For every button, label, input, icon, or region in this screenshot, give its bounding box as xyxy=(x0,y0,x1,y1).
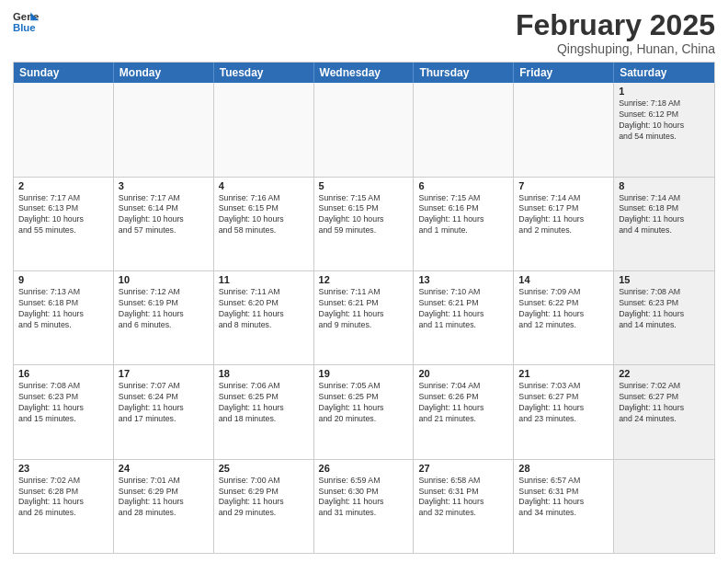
calendar-body: 1Sunrise: 7:18 AM Sunset: 6:12 PM Daylig… xyxy=(14,83,714,553)
svg-text:Blue: Blue xyxy=(13,22,36,33)
weekday-header-wednesday: Wednesday xyxy=(314,63,415,83)
calendar-cell: 5Sunrise: 7:15 AM Sunset: 6:15 PM Daylig… xyxy=(314,178,415,270)
day-info: Sunrise: 7:14 AM Sunset: 6:17 PM Dayligh… xyxy=(518,193,609,237)
day-number: 13 xyxy=(418,274,508,285)
calendar-cell: 7Sunrise: 7:14 AM Sunset: 6:17 PM Daylig… xyxy=(514,178,614,270)
day-info: Sunrise: 7:09 AM Sunset: 6:22 PM Dayligh… xyxy=(518,287,609,331)
day-number: 28 xyxy=(518,463,609,474)
day-number: 20 xyxy=(418,368,508,379)
day-number: 25 xyxy=(219,463,309,474)
calendar-cell: 9Sunrise: 7:13 AM Sunset: 6:18 PM Daylig… xyxy=(14,271,114,364)
calendar-cell: 24Sunrise: 7:01 AM Sunset: 6:29 PM Dayli… xyxy=(114,460,214,553)
calendar-cell: 22Sunrise: 7:02 AM Sunset: 6:27 PM Dayli… xyxy=(614,365,714,458)
calendar-cell xyxy=(214,83,314,176)
calendar-cell: 28Sunrise: 6:57 AM Sunset: 6:31 PM Dayli… xyxy=(514,460,614,553)
calendar-cell xyxy=(114,83,214,176)
calendar-cell xyxy=(614,460,714,553)
calendar-cell: 8Sunrise: 7:14 AM Sunset: 6:18 PM Daylig… xyxy=(614,178,714,270)
day-info: Sunrise: 7:06 AM Sunset: 6:25 PM Dayligh… xyxy=(219,381,309,425)
weekday-header-friday: Friday xyxy=(514,63,614,83)
day-info: Sunrise: 7:02 AM Sunset: 6:28 PM Dayligh… xyxy=(18,476,108,520)
day-number: 1 xyxy=(619,86,710,97)
calendar-row-3: 9Sunrise: 7:13 AM Sunset: 6:18 PM Daylig… xyxy=(14,271,714,365)
day-number: 2 xyxy=(18,180,108,191)
calendar-cell: 4Sunrise: 7:16 AM Sunset: 6:15 PM Daylig… xyxy=(214,178,314,270)
calendar-cell: 10Sunrise: 7:12 AM Sunset: 6:19 PM Dayli… xyxy=(114,271,214,364)
day-info: Sunrise: 7:17 AM Sunset: 6:14 PM Dayligh… xyxy=(119,193,209,237)
day-number: 9 xyxy=(18,274,108,285)
calendar: SundayMondayTuesdayWednesdayThursdayFrid… xyxy=(13,62,715,554)
day-info: Sunrise: 7:16 AM Sunset: 6:15 PM Dayligh… xyxy=(219,193,309,237)
day-info: Sunrise: 6:57 AM Sunset: 6:31 PM Dayligh… xyxy=(518,476,609,520)
day-number: 7 xyxy=(518,180,609,191)
weekday-header-thursday: Thursday xyxy=(414,63,514,83)
calendar-cell: 2Sunrise: 7:17 AM Sunset: 6:13 PM Daylig… xyxy=(14,178,114,270)
day-info: Sunrise: 7:18 AM Sunset: 6:12 PM Dayligh… xyxy=(619,98,710,143)
page: General Blue February 2025 Qingshuping, … xyxy=(0,0,728,563)
day-number: 26 xyxy=(319,463,409,474)
day-info: Sunrise: 7:13 AM Sunset: 6:18 PM Dayligh… xyxy=(18,287,108,331)
day-info: Sunrise: 6:59 AM Sunset: 6:30 PM Dayligh… xyxy=(319,476,409,520)
day-number: 12 xyxy=(319,274,409,285)
day-info: Sunrise: 7:01 AM Sunset: 6:29 PM Dayligh… xyxy=(119,476,209,520)
day-info: Sunrise: 7:07 AM Sunset: 6:24 PM Dayligh… xyxy=(119,381,209,425)
day-number: 16 xyxy=(18,368,108,379)
day-info: Sunrise: 6:58 AM Sunset: 6:31 PM Dayligh… xyxy=(418,476,508,520)
calendar-cell: 27Sunrise: 6:58 AM Sunset: 6:31 PM Dayli… xyxy=(414,460,514,553)
day-number: 18 xyxy=(219,368,309,379)
calendar-cell: 3Sunrise: 7:17 AM Sunset: 6:14 PM Daylig… xyxy=(114,178,214,270)
day-info: Sunrise: 7:15 AM Sunset: 6:16 PM Dayligh… xyxy=(418,193,508,237)
header: General Blue February 2025 Qingshuping, … xyxy=(13,9,715,56)
day-number: 24 xyxy=(119,463,209,474)
day-number: 6 xyxy=(418,180,508,191)
calendar-cell: 16Sunrise: 7:08 AM Sunset: 6:23 PM Dayli… xyxy=(14,365,114,458)
calendar-cell: 15Sunrise: 7:08 AM Sunset: 6:23 PM Dayli… xyxy=(614,271,714,364)
day-info: Sunrise: 7:14 AM Sunset: 6:18 PM Dayligh… xyxy=(619,193,710,237)
day-info: Sunrise: 7:08 AM Sunset: 6:23 PM Dayligh… xyxy=(18,381,108,425)
calendar-cell: 14Sunrise: 7:09 AM Sunset: 6:22 PM Dayli… xyxy=(514,271,614,364)
calendar-cell xyxy=(514,83,614,176)
day-info: Sunrise: 7:17 AM Sunset: 6:13 PM Dayligh… xyxy=(18,193,108,237)
calendar-cell: 23Sunrise: 7:02 AM Sunset: 6:28 PM Dayli… xyxy=(14,460,114,553)
calendar-cell: 25Sunrise: 7:00 AM Sunset: 6:29 PM Dayli… xyxy=(214,460,314,553)
calendar-cell: 18Sunrise: 7:06 AM Sunset: 6:25 PM Dayli… xyxy=(214,365,314,458)
day-number: 27 xyxy=(418,463,508,474)
calendar-cell xyxy=(14,83,114,176)
calendar-cell: 20Sunrise: 7:04 AM Sunset: 6:26 PM Dayli… xyxy=(414,365,514,458)
day-info: Sunrise: 7:12 AM Sunset: 6:19 PM Dayligh… xyxy=(119,287,209,331)
calendar-cell: 6Sunrise: 7:15 AM Sunset: 6:16 PM Daylig… xyxy=(414,178,514,270)
month-title: February 2025 xyxy=(516,9,715,41)
calendar-cell xyxy=(414,83,514,176)
logo: General Blue xyxy=(13,9,39,35)
calendar-row-5: 23Sunrise: 7:02 AM Sunset: 6:28 PM Dayli… xyxy=(14,460,714,553)
day-number: 3 xyxy=(119,180,209,191)
logo-icon: General Blue xyxy=(13,9,39,35)
calendar-cell: 21Sunrise: 7:03 AM Sunset: 6:27 PM Dayli… xyxy=(514,365,614,458)
calendar-cell: 17Sunrise: 7:07 AM Sunset: 6:24 PM Dayli… xyxy=(114,365,214,458)
day-number: 4 xyxy=(219,180,309,191)
calendar-cell: 13Sunrise: 7:10 AM Sunset: 6:21 PM Dayli… xyxy=(414,271,514,364)
calendar-row-2: 2Sunrise: 7:17 AM Sunset: 6:13 PM Daylig… xyxy=(14,178,714,271)
day-info: Sunrise: 7:04 AM Sunset: 6:26 PM Dayligh… xyxy=(418,381,508,425)
day-info: Sunrise: 7:08 AM Sunset: 6:23 PM Dayligh… xyxy=(619,287,710,331)
day-number: 15 xyxy=(619,274,710,285)
day-info: Sunrise: 7:11 AM Sunset: 6:20 PM Dayligh… xyxy=(219,287,309,331)
day-info: Sunrise: 7:03 AM Sunset: 6:27 PM Dayligh… xyxy=(518,381,609,425)
day-info: Sunrise: 7:10 AM Sunset: 6:21 PM Dayligh… xyxy=(418,287,508,331)
calendar-header: SundayMondayTuesdayWednesdayThursdayFrid… xyxy=(14,63,714,83)
day-number: 21 xyxy=(518,368,609,379)
day-info: Sunrise: 7:02 AM Sunset: 6:27 PM Dayligh… xyxy=(619,381,710,425)
day-number: 17 xyxy=(119,368,209,379)
calendar-row-1: 1Sunrise: 7:18 AM Sunset: 6:12 PM Daylig… xyxy=(14,83,714,177)
weekday-header-sunday: Sunday xyxy=(14,63,114,83)
weekday-header-tuesday: Tuesday xyxy=(214,63,314,83)
weekday-header-saturday: Saturday xyxy=(614,63,714,83)
calendar-row-4: 16Sunrise: 7:08 AM Sunset: 6:23 PM Dayli… xyxy=(14,365,714,459)
day-number: 19 xyxy=(319,368,409,379)
calendar-cell xyxy=(314,83,415,176)
calendar-cell: 26Sunrise: 6:59 AM Sunset: 6:30 PM Dayli… xyxy=(314,460,415,553)
calendar-cell: 12Sunrise: 7:11 AM Sunset: 6:21 PM Dayli… xyxy=(314,271,415,364)
day-number: 23 xyxy=(18,463,108,474)
day-number: 22 xyxy=(619,368,710,379)
calendar-cell: 19Sunrise: 7:05 AM Sunset: 6:25 PM Dayli… xyxy=(314,365,415,458)
